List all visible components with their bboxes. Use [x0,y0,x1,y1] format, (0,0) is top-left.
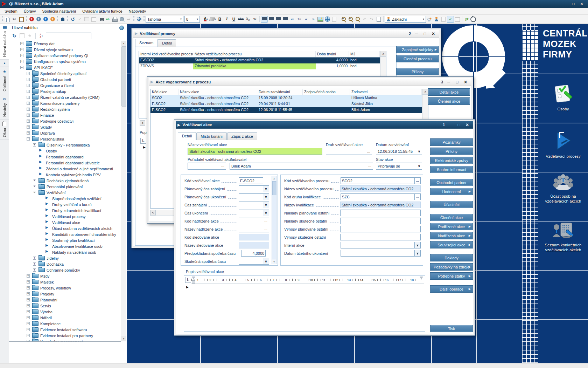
tree-item[interactable]: Druhy zdravotních kvalifikací [9,207,121,213]
tree-expander[interactable] [27,280,30,284]
close-button[interactable]: × [461,79,470,85]
column-header[interactable]: Doba trvání [316,51,349,57]
tree-expander[interactable] [27,316,30,319]
maximize-button[interactable]: □ [421,30,429,36]
action-button[interactable]: Nadřízená akce▶ [430,232,473,239]
tree-expander[interactable] [33,191,36,194]
table-row[interactable]: SCO2 Státní zkouška - ochranná atmosféra… [150,95,428,101]
tree-item[interactable]: Společné číselníky aplikací [9,70,121,76]
desktop-icon-ucast-osob[interactable]: Účast osob navzdělávacích akcích [538,173,588,204]
tree-expander[interactable] [33,185,36,188]
tree-expander[interactable] [20,54,23,57]
tree-item[interactable]: Vzdělávání [9,190,121,196]
hscroll-left-button[interactable]: < [150,210,156,216]
tree-expander[interactable] [27,90,30,93]
tree-expander[interactable] [20,42,23,45]
tree-expander[interactable] [33,155,36,158]
field-input[interactable] [340,210,421,216]
tree-expander[interactable] [27,131,30,135]
tree-item[interactable]: Doprava [9,130,121,136]
tree-expander[interactable] [27,292,30,295]
action-button[interactable]: Tisk [430,325,473,332]
paste-icon[interactable] [18,16,25,23]
window-titlebar[interactable]: ▶ Vzdělávací akce 1 ─ □ × [176,121,473,129]
column-header[interactable]: Název akce [178,89,257,95]
notifications-icon[interactable] [59,16,66,23]
collapse-panel-button[interactable]: ▲ [0,60,9,67]
tree-expander[interactable] [27,274,30,278]
action-button[interactable]: Členění procesu [396,55,439,62]
column-header[interactable]: Zadavatel [350,89,422,95]
stav-akce-input[interactable]: Připravuje se∨ [376,163,422,170]
field-input[interactable]: 4,0000 [241,250,266,257]
field-suffix-button[interactable]: ∨ [263,185,269,192]
tree-expander[interactable] [27,84,30,87]
cut-icon[interactable]: ✂ [11,16,18,23]
action-button[interactable]: Obchodní partner [430,179,473,186]
field-input[interactable] [340,234,421,240]
menu-item[interactable]: Společná nastavení [39,8,79,14]
tree-item[interactable]: Ochranné pomůcky [9,267,121,273]
align-center-icon[interactable] [268,16,275,23]
tree-expander[interactable] [39,215,42,218]
tree-expander[interactable] [33,173,36,176]
tree-layout-icon[interactable] [19,33,25,39]
user-help-icon[interactable]: ? [49,16,56,23]
tree-item[interactable]: APLIKACE [9,64,121,70]
tree-item[interactable]: Vzdělávací procesy [9,213,121,219]
editor-corner[interactable]: L [185,277,191,283]
help-icon[interactable]: ? [28,16,35,23]
field-suffix-button[interactable]: ∨ [415,242,421,248]
tree-item[interactable]: Procesy, workflow [9,285,121,291]
tree-expander[interactable] [33,167,36,170]
field-input[interactable]: SCO2 [341,177,415,184]
field-suffix-button[interactable]: ∨ [263,210,269,216]
nazev-akce-input[interactable]: Státní zkouška - ochranná atmosféra CO2 [188,148,322,155]
menu-item[interactable]: Ovládání aktivní funkce [79,8,125,14]
tree-item[interactable]: Personální dashboard uživatele [9,160,121,166]
sidebar-tab-main-menu[interactable]: Hlavní nabídka [0,24,9,60]
export-green-icon[interactable]: ⇄ [463,16,470,23]
tree-expander[interactable] [27,137,30,141]
insert-link-globe-icon[interactable] [324,16,331,23]
redo-icon[interactable]: ↷ [368,16,375,23]
zoom-out-icon[interactable]: − [347,16,354,23]
outdent-icon[interactable]: « [303,16,310,23]
tree-expander[interactable] [27,310,30,313]
column-header[interactable]: Zodpovědná osoba [303,89,350,95]
action-button[interactable]: Zapojené subjekty▶ [396,46,439,53]
tree-item[interactable]: Redakční systém [9,106,121,112]
font-color-icon[interactable]: A▾ [202,16,209,23]
profile-doc-icon[interactable] [440,16,447,23]
table-row[interactable]: ZDR-VS Zdravotní prohlídka 1,0000 hod [139,63,386,69]
tree-expander[interactable] [39,209,42,212]
scrollbar-thumb[interactable] [272,181,276,195]
copy-icon[interactable] [4,16,11,23]
tree-item[interactable]: Prodej a nákup [9,88,121,94]
field-input[interactable] [341,250,415,257]
profile-window-icon[interactable] [454,16,461,23]
field-suffix-button[interactable]: ∨ [263,193,269,200]
profile-select[interactable]: Základní▾ [385,16,426,23]
tree-expander[interactable] [27,72,30,75]
tree-item[interactable]: Podvojné účetnictví [9,118,121,124]
tree-item[interactable]: Evidence instalací pro partnery [9,333,121,339]
tree-expander[interactable] [27,322,30,325]
action-button[interactable]: Další operace▶ [430,285,473,293]
tree-item[interactable]: Druhy vzdělání a kurzů [9,202,121,207]
group-scrollbar[interactable]: ∧ ∨ [272,176,276,264]
tree-item[interactable]: Kontrola vykázaných hodin PPV [9,172,121,178]
field-suffix-button[interactable]: … [263,226,269,232]
tree-expander[interactable] [33,179,36,182]
field-suffix-button[interactable]: … [263,218,269,224]
tree-item[interactable]: Souhrnný plán kvalifikací [9,237,121,243]
app-maximize-button[interactable]: □ [569,1,578,7]
field-input[interactable] [239,226,263,232]
tree-expander[interactable] [39,251,42,254]
tree-item[interactable]: Aplikace softwarové podpory QI [9,53,121,59]
highlight-icon[interactable]: ▾ [209,16,216,23]
superscript-icon[interactable]: x² [251,16,258,23]
action-button[interactable]: Elektronické zprávy [430,157,473,164]
indent-marker[interactable] [192,280,195,284]
action-button[interactable]: Účastníci [430,201,473,208]
